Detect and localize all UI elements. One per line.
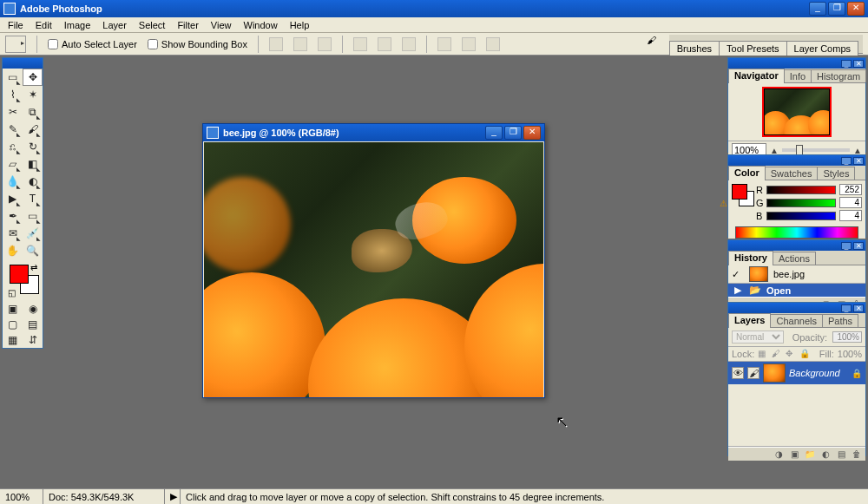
navigator-thumbnail[interactable] <box>764 88 830 135</box>
type-tool[interactable]: T◣ <box>23 190 43 207</box>
tab-info[interactable]: Info <box>784 69 812 82</box>
layer-background[interactable]: 👁 🖌 Background 🔒 <box>728 362 865 384</box>
layer-thumb[interactable] <box>763 363 786 383</box>
tab-color[interactable]: Color <box>728 166 766 180</box>
layer-link-icon[interactable]: 🖌 <box>747 367 760 379</box>
close-button[interactable]: ✕ <box>847 2 865 16</box>
layer-visibility-icon[interactable]: 👁 <box>732 367 744 379</box>
status-zoom-field[interactable]: 100% <box>0 489 43 504</box>
history-brush-tool[interactable]: ↻◣ <box>23 138 43 155</box>
foreground-color[interactable] <box>10 265 29 284</box>
gamut-warning-icon[interactable]: ⚠ <box>720 199 727 208</box>
clone-stamp-tool[interactable]: ⎌◣ <box>3 138 23 155</box>
toolbox-header[interactable] <box>3 58 43 69</box>
eraser-tool[interactable]: ▱◣ <box>3 155 23 173</box>
delete-layer-icon[interactable]: 🗑 <box>852 449 862 460</box>
panel-minimize-button[interactable]: _ <box>841 304 852 312</box>
healing-brush-tool[interactable]: ✎◣ <box>3 121 23 138</box>
canvas[interactable] <box>204 142 543 397</box>
layer-mask-icon[interactable]: ▣ <box>789 449 799 460</box>
zoom-tool[interactable]: 🔍 <box>23 242 43 259</box>
show-bounding-box-checkbox[interactable]: Show Bounding Box <box>148 39 247 49</box>
zoom-out-icon[interactable]: ▲ <box>770 146 779 155</box>
hand-tool[interactable]: ✋ <box>3 242 23 259</box>
path-selection-tool[interactable]: ▶◣ <box>3 190 23 207</box>
tab-layer-comps[interactable]: Layer Comps <box>786 41 858 56</box>
panel-minimize-button[interactable]: _ <box>841 242 852 250</box>
shape-tool[interactable]: ▭◣ <box>23 207 43 225</box>
status-info-toggle[interactable]: ▶ <box>165 489 181 504</box>
quickmask-mode-icon[interactable]: ◉ <box>23 301 43 317</box>
tab-history[interactable]: History <box>728 251 773 265</box>
maximize-button[interactable]: ❐ <box>828 2 845 16</box>
swap-colors-icon[interactable]: ⇄ <box>30 263 37 272</box>
screen-full-icon[interactable]: ▦ <box>3 332 23 348</box>
panel-close-button[interactable]: ✕ <box>853 242 864 250</box>
tab-swatches[interactable]: Swatches <box>765 167 819 180</box>
menu-window[interactable]: Window <box>238 18 284 32</box>
marquee-tool[interactable]: ▭◣ <box>3 69 23 86</box>
jump-to-imageready-icon[interactable]: ⇵ <box>23 332 43 348</box>
layer-style-icon[interactable]: ◑ <box>773 449 784 460</box>
panel-close-button[interactable]: ✕ <box>853 157 864 165</box>
color-spectrum[interactable] <box>735 226 858 239</box>
menu-layer[interactable]: Layer <box>96 18 133 32</box>
slice-tool[interactable]: ⧉◣ <box>23 103 43 121</box>
layer-name[interactable]: Background <box>789 368 848 378</box>
eyedropper-tool[interactable]: 💉◣ <box>23 225 43 242</box>
tab-navigator[interactable]: Navigator <box>728 69 785 83</box>
panel-minimize-button[interactable]: _ <box>841 60 852 68</box>
doc-minimize-button[interactable]: _ <box>485 126 503 140</box>
panel-close-button[interactable]: ✕ <box>853 60 864 68</box>
adjustment-layer-icon[interactable]: ◐ <box>820 449 831 460</box>
history-brush-icon[interactable]: ✓ <box>732 269 744 280</box>
move-tool[interactable]: ✥ <box>23 69 43 86</box>
zoom-in-icon[interactable]: ▲ <box>853 146 862 155</box>
new-layer-icon[interactable]: ▤ <box>836 449 846 460</box>
standard-mode-icon[interactable]: ▣ <box>3 301 23 317</box>
pen-tool[interactable]: ✒◣ <box>3 207 23 225</box>
tab-styles[interactable]: Styles <box>817 167 855 180</box>
new-set-icon[interactable]: 📁 <box>805 449 815 460</box>
tool-preset-picker[interactable] <box>5 36 26 53</box>
color-foreground-swatch[interactable]: ⚠ <box>732 184 754 206</box>
menu-view[interactable]: View <box>205 18 238 32</box>
tab-paths[interactable]: Paths <box>822 314 858 327</box>
tab-channels[interactable]: Channels <box>770 314 822 327</box>
history-step-open[interactable]: ▶ 📂 Open <box>728 284 865 297</box>
blur-tool[interactable]: 💧◣ <box>3 173 23 190</box>
status-doc-info[interactable]: Doc: 549.3K/549.3K <box>43 489 165 504</box>
history-step-slider-icon[interactable]: ▶ <box>732 285 744 296</box>
menu-filter[interactable]: Filter <box>171 18 204 32</box>
auto-select-layer-input[interactable] <box>48 39 58 49</box>
minimize-button[interactable]: _ <box>809 2 826 16</box>
notes-tool[interactable]: ✉◣ <box>3 225 23 242</box>
lasso-tool[interactable]: ⌇◣ <box>3 86 23 103</box>
doc-close-button[interactable]: ✕ <box>523 126 541 140</box>
g-slider[interactable] <box>766 199 836 207</box>
r-input[interactable]: 252 <box>839 184 862 195</box>
r-slider[interactable] <box>766 186 836 194</box>
auto-select-layer-checkbox[interactable]: Auto Select Layer <box>48 39 137 49</box>
tab-actions[interactable]: Actions <box>773 252 816 265</box>
default-colors-icon[interactable]: ◱ <box>8 288 16 298</box>
brush-tool[interactable]: 🖌◣ <box>23 121 43 138</box>
show-bounding-box-input[interactable] <box>148 39 158 49</box>
magic-wand-tool[interactable]: ✶ <box>23 86 43 103</box>
b-slider[interactable] <box>766 212 836 220</box>
gradient-tool[interactable]: ◧◣ <box>23 155 43 173</box>
screen-full-menubar-icon[interactable]: ▤ <box>23 317 43 332</box>
menu-help[interactable]: Help <box>284 18 316 32</box>
tab-histogram[interactable]: Histogram <box>811 69 866 82</box>
g-input[interactable]: 4 <box>839 197 862 208</box>
panel-minimize-button[interactable]: _ <box>841 157 852 165</box>
history-source-row[interactable]: ✓ bee.jpg <box>728 265 865 284</box>
menu-file[interactable]: File <box>2 18 30 32</box>
menu-image[interactable]: Image <box>58 18 97 32</box>
tab-layers[interactable]: Layers <box>728 313 771 328</box>
palette-well-icon[interactable]: 🖌 <box>647 35 666 54</box>
menu-select[interactable]: Select <box>133 18 172 32</box>
screen-standard-icon[interactable]: ▢ <box>3 317 23 332</box>
navigator-zoom-slider[interactable] <box>782 148 850 152</box>
tab-tool-presets[interactable]: Tool Presets <box>719 41 787 56</box>
